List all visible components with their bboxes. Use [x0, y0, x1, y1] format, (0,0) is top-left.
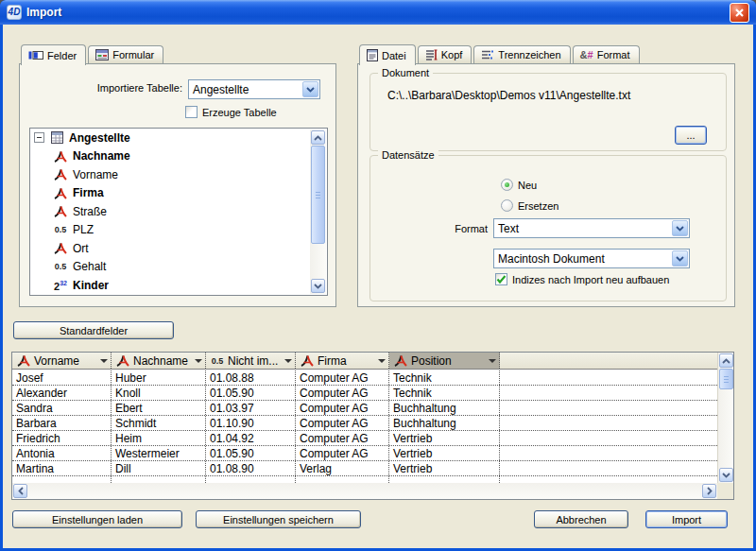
format-select[interactable]: Text: [493, 218, 690, 238]
tab-label: Format: [597, 49, 630, 60]
tab-kopf[interactable]: Kopf: [418, 45, 472, 63]
import-table-select[interactable]: Angestellte: [188, 79, 320, 99]
integer-field-icon: 232: [52, 279, 69, 291]
tab-datei[interactable]: Datei: [359, 44, 416, 65]
document-path: C:\..\Barbara\Desktop\Demos v11\Angestel…: [387, 89, 630, 102]
format-label: Format: [418, 223, 488, 234]
column-header-label: Nachname: [133, 354, 188, 368]
tree-item-position[interactable]: Position: [30, 295, 327, 297]
table-cell: Schmidt: [112, 416, 206, 430]
radio-ersetzen-label: Ersetzen: [518, 200, 558, 212]
create-table-row: Erzeuge Tabelle: [185, 106, 277, 118]
dokument-group: Dokument C:\..\Barbara\Desktop\Demos v11…: [369, 73, 727, 151]
scroll-left-button[interactable]: [13, 484, 27, 498]
close-button[interactable]: [730, 3, 749, 23]
tree-item-gehalt[interactable]: 0.5Gehalt: [30, 258, 327, 277]
scroll-down-button[interactable]: [719, 468, 733, 482]
scroll-up-button[interactable]: [719, 353, 733, 368]
scroll-up-button[interactable]: [311, 130, 325, 145]
table-icon: [48, 131, 65, 144]
column-header-nachname[interactable]: Nachname: [112, 353, 206, 369]
tree-item-label: Vorname: [73, 168, 118, 181]
column-menu-arrow-icon[interactable]: [489, 359, 496, 363]
right-tab-bar: DateiKopfTrennzeichen&#Format: [359, 43, 642, 64]
column-header-position[interactable]: Position: [389, 353, 500, 369]
table-row[interactable]: AntoniaWestermeier01.05.90Computer AGVer…: [12, 446, 717, 461]
column-header-label: Vorname: [34, 354, 79, 368]
collapse-box-icon[interactable]: [34, 132, 44, 143]
chevron-down-icon[interactable]: [302, 81, 318, 97]
alpha-field-icon: [393, 354, 408, 367]
column-menu-arrow-icon[interactable]: [378, 359, 386, 363]
number-field-icon: 0.5: [210, 356, 225, 366]
alpha-field-icon: [52, 150, 69, 163]
chevron-down-icon[interactable]: [672, 220, 688, 236]
tree-item-firma[interactable]: Firma: [30, 184, 327, 203]
column-header-vorname[interactable]: Vorname: [12, 353, 112, 369]
tab-trennzeichen[interactable]: Trennzeichen: [473, 45, 570, 63]
column-menu-arrow-icon[interactable]: [195, 359, 202, 363]
form-icon: [95, 49, 109, 60]
datensaetze-group: Datensätze Neu Ersetzen Format Text: [369, 155, 727, 301]
format-select-value: Text: [498, 222, 519, 235]
document-type-select[interactable]: Macintosh Dokument: [493, 249, 690, 268]
alpha-field-icon: [16, 354, 31, 367]
radio-row-neu: Neu: [501, 179, 537, 191]
column-header-label: Nicht im...: [228, 354, 278, 368]
field-tree[interactable]: AngestellteNachnameVornameFirmaStraße0.5…: [29, 128, 328, 296]
tree-item-kinder[interactable]: 232Kinder: [30, 276, 327, 295]
table-cell: 01.04.92: [206, 431, 296, 445]
load-settings-button[interactable]: Einstellungen laden: [12, 510, 182, 528]
scroll-down-button[interactable]: [311, 279, 325, 293]
column-header-firma[interactable]: Firma: [296, 353, 389, 369]
tree-item-vorname[interactable]: Vorname: [30, 165, 327, 184]
import-button[interactable]: Import: [645, 510, 728, 528]
fields-icon: [28, 50, 43, 60]
file-icon: [367, 49, 378, 61]
table-horizontal-scrollbar[interactable]: [12, 483, 717, 499]
tree-item-ort[interactable]: Ort: [30, 239, 327, 258]
tab-label: Kopf: [441, 49, 463, 60]
table-row[interactable]: AlexanderKnoll01.05.90Computer AGTechnik: [12, 386, 717, 401]
table-cell: Dill: [112, 461, 206, 475]
column-menu-arrow-icon[interactable]: [100, 359, 108, 363]
rebuild-indexes-checkbox[interactable]: [495, 273, 507, 285]
column-header-nicht-im[interactable]: 0.5Nicht im...: [206, 353, 296, 369]
table-cell: Computer AG: [296, 401, 389, 415]
titlebar[interactable]: 4D Import: [0, 0, 756, 25]
scrollbar-thumb[interactable]: [311, 146, 325, 244]
table-row[interactable]: FriedrichHeim01.04.92Computer AGVertrieb: [12, 431, 717, 446]
table-vertical-scrollbar[interactable]: [717, 353, 733, 483]
number-field-icon: 0.5: [52, 262, 69, 271]
create-table-checkbox[interactable]: [185, 106, 198, 118]
tab-felder[interactable]: Felder: [21, 44, 86, 65]
tab-formular[interactable]: Formular: [88, 45, 163, 63]
tab-format[interactable]: &#Format: [573, 45, 640, 63]
tree-root-row[interactable]: Angestellte: [30, 129, 327, 147]
table-row[interactable]: BarbaraSchmidt01.10.90Computer AGBuchhal…: [12, 416, 717, 431]
radio-neu[interactable]: [501, 179, 513, 191]
table-cell: Josef: [12, 370, 112, 385]
scrollbar-thumb[interactable]: [719, 369, 733, 389]
alpha-field-icon: [52, 168, 69, 181]
chevron-down-icon[interactable]: [672, 250, 688, 267]
tree-vertical-scrollbar[interactable]: [310, 129, 326, 294]
cancel-button[interactable]: Abbrechen: [534, 510, 628, 528]
column-menu-arrow-icon[interactable]: [284, 359, 292, 363]
table-cell: Buchhaltung: [389, 416, 500, 430]
standard-fields-button[interactable]: Standardfelder: [13, 321, 174, 339]
radio-ersetzen[interactable]: [501, 199, 513, 212]
tree-item-plz[interactable]: 0.5PLZ: [30, 221, 327, 240]
browse-button[interactable]: ...: [675, 126, 707, 145]
table-row[interactable]: SandraEbert01.03.97Computer AGBuchhaltun…: [12, 401, 717, 416]
header-lines-icon: [425, 49, 438, 60]
alpha-field-icon: [115, 354, 130, 367]
table-row[interactable]: MartinaDill01.08.90VerlagVertrieb: [12, 461, 717, 476]
tree-item-nachname[interactable]: Nachname: [30, 147, 327, 166]
tree-item-stra-e[interactable]: Straße: [30, 202, 327, 221]
scroll-right-button[interactable]: [702, 484, 716, 498]
table-row[interactable]: JosefHuber01.08.88Computer AGTechnik: [12, 370, 717, 386]
tab-label: Datei: [382, 50, 406, 61]
number-field-icon: 0.5: [52, 225, 69, 234]
save-settings-button[interactable]: Einstellungen speichern: [196, 510, 361, 528]
